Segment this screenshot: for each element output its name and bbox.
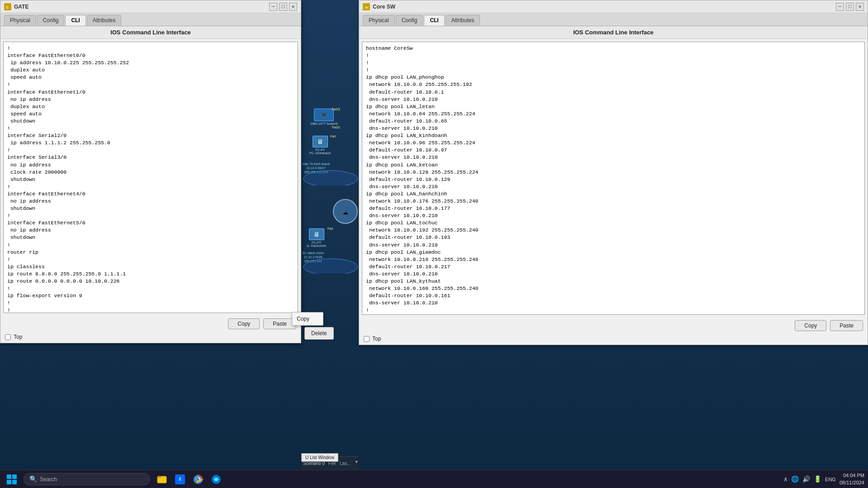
vlan-hanhchinh-cloud xyxy=(301,251,359,274)
core-tab-config[interactable]: Config xyxy=(396,15,423,26)
core-minimize[interactable]: ─ xyxy=(836,3,844,11)
gate-cli-label: IOS Command Line Interface xyxy=(0,26,301,39)
network-diagram: ⬛ 2960-24TT Switch0 Fa0/3 Fa0/2 🖥 PC-PTP… xyxy=(301,0,359,353)
gate-top-label: Top xyxy=(14,334,22,340)
switch-icon: ⬛ xyxy=(314,109,334,121)
gate-controls: ─ □ ✕ xyxy=(269,3,297,11)
windows-icon xyxy=(6,474,17,485)
gate-tab-attributes[interactable]: Attributes xyxy=(87,15,122,26)
core-btn-row: Copy Paste xyxy=(359,317,868,334)
taskbar-time-text: 04:04 PM xyxy=(840,472,864,479)
gate-btn-row: Copy Paste xyxy=(0,316,301,332)
taskbar-zalo[interactable]: Z xyxy=(172,471,188,488)
search-icon: 🔍 xyxy=(29,475,37,483)
core-title-bar: SW Core SW ─ □ ✕ xyxy=(359,0,868,13)
core-tab-attributes[interactable]: Attributes xyxy=(446,15,480,26)
list-window-button[interactable]: U List Window xyxy=(301,453,338,462)
taskbar-browser[interactable] xyxy=(208,471,224,488)
gate-maximize[interactable]: □ xyxy=(279,3,287,11)
gate-tabs: Physical Config CLI Attributes xyxy=(0,13,301,26)
fa0-pc-label: Fa0 xyxy=(330,135,336,138)
svg-point-1 xyxy=(304,259,358,274)
svg-text:G: G xyxy=(6,5,8,9)
svg-rect-6 xyxy=(7,474,11,479)
gate-cli-text: ! interface FastEthernet0/0 ip address 1… xyxy=(7,45,294,313)
taskbar-date-text: 08/11/2024 xyxy=(840,479,864,486)
core-controls: ─ □ ✕ xyxy=(836,3,864,11)
chrome-icon xyxy=(193,474,203,484)
gate-top-checkbox[interactable] xyxy=(5,334,11,340)
browser-icon xyxy=(211,474,221,484)
taskbar: 🔍 Search Z xyxy=(0,470,868,488)
svg-rect-9 xyxy=(12,480,17,484)
core-copy-btn[interactable]: Copy xyxy=(795,320,826,331)
gate-tab-config[interactable]: Config xyxy=(37,15,65,26)
gate-title-bar: G GATE ─ □ ✕ xyxy=(0,0,301,13)
svg-point-0 xyxy=(304,171,358,185)
core-window: SW Core SW ─ □ ✕ Physical Config CLI Att… xyxy=(359,0,868,345)
language-label: ENG xyxy=(825,477,836,482)
fa0-3-label: Fa0/3 xyxy=(332,108,340,111)
gate-window: G GATE ─ □ ✕ Physical Config CLI Attribu… xyxy=(0,0,301,343)
battery-icon[interactable]: 🔋 xyxy=(814,475,821,483)
start-button[interactable] xyxy=(4,473,20,486)
vlan-cloud xyxy=(301,163,359,185)
svg-rect-11 xyxy=(157,476,161,478)
core-cli-content[interactable]: hostname CoreSw ! ! ! ip dhcp pool LAN_p… xyxy=(362,42,865,315)
cloud-shape: ☁ xyxy=(333,199,358,224)
tray-expand[interactable]: ∧ xyxy=(784,475,787,483)
core-tab-physical[interactable]: Physical xyxy=(363,15,395,26)
explorer-icon xyxy=(157,474,167,484)
taskbar-sys: ∧ 🌐 🔊 🔋 ENG 04:04 PM 08/11/2024 xyxy=(784,472,864,486)
gate-cli-content[interactable]: ! interface FastEthernet0/0 ip address 1… xyxy=(3,42,298,313)
gate-minimize[interactable]: ─ xyxy=(269,3,277,11)
delete-button[interactable]: Delete xyxy=(304,327,334,340)
zalo-icon: Z xyxy=(175,474,185,484)
core-title: Core SW xyxy=(373,4,395,10)
taskbar-search[interactable]: 🔍 Search xyxy=(24,473,150,485)
gate-title: GATE xyxy=(14,4,28,10)
core-cli-label: IOS Command Line Interface xyxy=(359,26,868,39)
network-icon[interactable]: 🌐 xyxy=(791,475,799,483)
core-tabs: Physical Config CLI Attributes xyxy=(359,13,868,26)
taskbar-apps: Z xyxy=(154,471,780,488)
gate-checkbox-row: Top xyxy=(0,332,301,343)
context-copy[interactable]: Copy xyxy=(292,313,323,324)
core-icon: SW xyxy=(363,3,370,10)
core-tab-cli[interactable]: CLI xyxy=(424,15,444,26)
gate-tab-cli[interactable]: CLI xyxy=(65,15,85,26)
gate-copy-btn[interactable]: Copy xyxy=(228,318,260,329)
scenario-chevron[interactable]: ▼ xyxy=(356,460,358,464)
switch-device[interactable]: ⬛ 2960-24TT Switch0 xyxy=(310,109,338,125)
gate-tab-physical[interactable]: Physical xyxy=(4,15,36,26)
pc-kinhdoanh-label: PC-PTPC- Kinhdoanh xyxy=(309,148,331,155)
pc-hanhchinh[interactable]: 🖥 PC-PTG- Hanhchinh xyxy=(307,228,326,247)
search-text: Search xyxy=(40,476,57,483)
core-paste-btn[interactable]: Paste xyxy=(830,320,863,331)
core-maximize[interactable]: □ xyxy=(846,3,854,11)
context-menu: Copy xyxy=(292,312,323,326)
pc-kinhdoanh[interactable]: 🖥 PC-PTPC- Kinhdoanh xyxy=(309,136,331,155)
core-cli-text: hostname CoreSw ! ! ! ip dhcp pool LAN_p… xyxy=(366,45,861,315)
fa0-hanhchinh-label: Fa0 xyxy=(327,227,333,230)
sound-icon[interactable]: 🔊 xyxy=(802,475,810,483)
pc-hanhchinh-label: PC-PTG- Hanhchinh xyxy=(307,241,326,247)
taskbar-clock[interactable]: 04:04 PM 08/11/2024 xyxy=(840,472,864,486)
core-top-label: Top xyxy=(372,336,381,342)
taskbar-chrome[interactable] xyxy=(190,471,206,488)
core-close[interactable]: ✕ xyxy=(856,3,864,11)
svg-rect-7 xyxy=(12,474,17,479)
pc-hanhchinh-icon: 🖥 xyxy=(309,228,324,240)
taskbar-explorer[interactable] xyxy=(154,471,170,488)
switch-label: 2960-24TT Switch0 xyxy=(310,122,338,125)
fa0-2-label: Fa0/2 xyxy=(332,126,340,129)
gate-icon: G xyxy=(4,3,11,10)
svg-text:SW: SW xyxy=(365,6,369,9)
core-checkbox-row: Top xyxy=(359,334,868,345)
gate-close[interactable]: ✕ xyxy=(289,3,297,11)
svg-rect-8 xyxy=(7,480,11,484)
core-top-checkbox[interactable] xyxy=(364,336,370,342)
pc-icon: 🖥 xyxy=(313,136,328,147)
